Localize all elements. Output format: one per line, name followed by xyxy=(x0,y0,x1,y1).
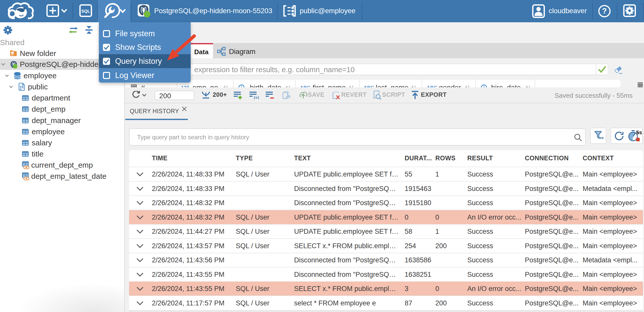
svg-text:(+): (+) xyxy=(254,95,259,99)
svg-text:5s: 5s xyxy=(636,130,642,135)
svg-text:SQL: SQL xyxy=(81,9,90,14)
svg-text:?: ? xyxy=(602,7,607,15)
